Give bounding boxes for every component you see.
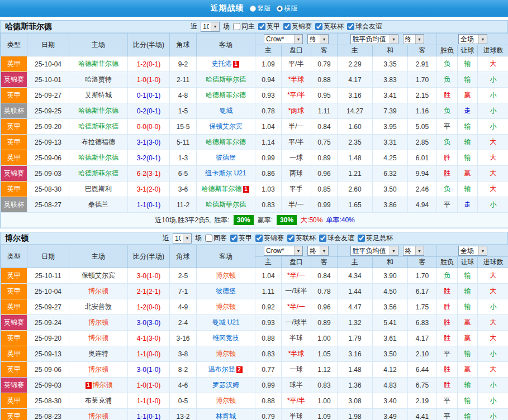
home-team-name[interactable]: 博尔顿 [88, 412, 108, 420]
filter-item[interactable]: 同主 [233, 22, 255, 31]
filter-checkbox[interactable] [319, 235, 326, 242]
filter-checkbox[interactable] [315, 23, 322, 30]
avg-stage-select[interactable]: 终▼ [403, 246, 424, 256]
away-odds-cell: 1.00 [311, 331, 338, 346]
away-team-name[interactable]: 博尔顿 [216, 350, 236, 357]
away-team-name[interactable]: 博尔顿 [216, 397, 236, 404]
filter-item[interactable]: 英锦赛 [255, 233, 284, 243]
goals-result-cell: 大 [478, 182, 508, 197]
home-team-name[interactable]: 哈德斯菲尔德 [78, 154, 118, 161]
away-team-name[interactable]: 哈德斯菲尔德 [202, 185, 242, 193]
games-count-select[interactable]: 10▼ [201, 22, 220, 32]
league-cell: 英甲 [1, 135, 27, 150]
home-team-name[interactable]: 博尔顿 [93, 381, 113, 389]
home-team-name[interactable]: 博尔顿 [88, 334, 108, 342]
date-cell: 25-08-23 [27, 409, 69, 420]
away-team-name[interactable]: 哈德斯菲尔德 [206, 91, 246, 99]
filter-checkbox[interactable] [358, 235, 365, 242]
home-team-name[interactable]: 布拉德福德 [82, 138, 115, 146]
away-team-cell: 林肯城 [197, 409, 255, 420]
horizontal-layout-radio[interactable]: 横版 [277, 4, 298, 13]
avg-draw-cell: 3.49 [373, 409, 408, 420]
avg-stage-select[interactable]: 终▼ [403, 34, 424, 44]
home-team-name[interactable]: 巴恩斯利 [85, 185, 112, 193]
away-team-name[interactable]: 曼城 U21 [212, 318, 239, 326]
away-team-name[interactable]: 哈德斯菲尔德 [206, 201, 246, 208]
league-cell: 英甲 [1, 331, 27, 346]
filter-checkbox[interactable] [205, 235, 212, 242]
home-team-name[interactable]: 艾斯特城 [85, 91, 112, 99]
away-team-name[interactable]: 林肯城 [216, 412, 236, 420]
away-team-name[interactable]: 哈德斯菲尔德 [206, 75, 246, 83]
column-header: 类型 [1, 34, 27, 56]
filter-item[interactable]: 英联杯 [315, 22, 344, 31]
filter-item[interactable]: 球会友谊 [319, 233, 354, 243]
filter-checkbox[interactable] [347, 23, 354, 30]
away-team-name[interactable]: 罗瑟汉姆 [212, 381, 239, 389]
filter-item[interactable]: 英甲 [230, 233, 252, 243]
avg-metric-select[interactable]: 胜平负均值▼ [350, 246, 398, 256]
home-team-name[interactable]: 哈德斯菲尔德 [78, 60, 118, 68]
filter-item[interactable]: 英锦赛 [283, 22, 312, 31]
filter-checkbox[interactable] [233, 23, 240, 30]
away-team-name[interactable]: 维冈竞技 [212, 334, 239, 342]
home-team-name[interactable]: 桑德兰 [88, 201, 108, 208]
avg-away-cell: 4.41 [408, 409, 437, 420]
match-scope-select[interactable]: 全场▼ [458, 246, 487, 256]
home-team-name[interactable]: 哈洛贾特 [85, 75, 112, 83]
match-scope-select[interactable]: 全场▼ [458, 34, 487, 44]
goals-result-cell: 小 [478, 72, 508, 88]
away-team-name[interactable]: 曼城 [219, 107, 232, 114]
home-team-name[interactable]: 保顿艾尔宾 [82, 271, 115, 279]
bookmaker-select[interactable]: Crow*▼ [264, 246, 303, 256]
away-team-name[interactable]: 博尔顿 [216, 303, 236, 311]
odds-stage-select[interactable]: 终▼ [307, 246, 329, 256]
away-team-name[interactable]: 彼德堡 [216, 287, 236, 295]
away-team-name[interactable]: 纽卡斯尔 U21 [205, 169, 246, 177]
away-team-name[interactable]: 史托港 [212, 60, 232, 68]
home-team-name[interactable]: 哈德斯菲尔德 [78, 107, 118, 114]
away-team-name[interactable]: 博尔顿 [216, 271, 236, 279]
chevron-down-icon: ▼ [320, 35, 328, 44]
goals-result-cell: 大 [478, 135, 508, 150]
home-team-name[interactable]: 博尔顿 [88, 365, 108, 373]
games-count-select[interactable]: 10▼ [173, 233, 192, 244]
filter-checkbox[interactable] [230, 235, 238, 242]
home-team-name[interactable]: 布莱克浦 [85, 397, 112, 404]
away-team-name[interactable]: 保顿艾尔宾 [209, 122, 243, 130]
home-team-name[interactable]: 北安普敦 [85, 303, 112, 311]
filter-checkbox[interactable] [258, 23, 265, 30]
away-odds-cell: 1.12 [311, 362, 338, 378]
home-team-name[interactable]: 哈德斯菲尔德 [78, 122, 118, 130]
column-header: 盘口 [282, 257, 311, 268]
column-header: 客场 [197, 245, 255, 268]
filter-checkbox[interactable] [287, 235, 295, 242]
column-header: 角球 [170, 245, 197, 268]
away-team-name[interactable]: 哈德斯菲尔德 [206, 138, 246, 146]
odds-header-cell: Crow*▼终▼ [255, 245, 338, 257]
select-value: 终 [310, 246, 318, 256]
vertical-layout-radio[interactable]: 竖版 [250, 4, 271, 13]
bookmaker-select[interactable]: Crow*▼ [264, 34, 303, 44]
result-cell: 平 [437, 119, 458, 135]
filter-item[interactable]: 英足总杯 [358, 233, 393, 243]
away-team-name[interactable]: 温布尔登 [208, 365, 235, 373]
home-team-name[interactable]: 博尔顿 [88, 287, 108, 295]
match-row: 英甲25-09-06哈德斯菲尔德3-2(0-1)1-3彼德堡0.99一球0.89… [1, 150, 508, 166]
home-team-name[interactable]: 博尔顿 [88, 318, 108, 326]
handicap-result-cell: 输 [458, 135, 478, 150]
filter-item[interactable]: 英联杯 [287, 233, 316, 243]
home-team-name[interactable]: 奥连特 [88, 350, 108, 357]
filter-item[interactable]: 同客 [205, 233, 227, 243]
home-odds-cell: 0.78 [255, 103, 282, 119]
filter-checkbox[interactable] [283, 23, 291, 30]
filter-item[interactable]: 英甲 [258, 22, 280, 31]
home-team-name[interactable]: 哈德斯菲尔德 [78, 169, 118, 177]
odds-stage-select[interactable]: 终▼ [307, 34, 329, 44]
home-odds-cell: 0.92 [255, 299, 282, 315]
filter-checkbox[interactable] [255, 235, 263, 242]
avg-metric-select[interactable]: 胜平负均值▼ [350, 34, 398, 44]
away-team-name[interactable]: 彼德堡 [216, 154, 236, 161]
filter-item[interactable]: 球会友谊 [347, 22, 382, 31]
avg-home-cell: 1.79 [338, 331, 373, 346]
